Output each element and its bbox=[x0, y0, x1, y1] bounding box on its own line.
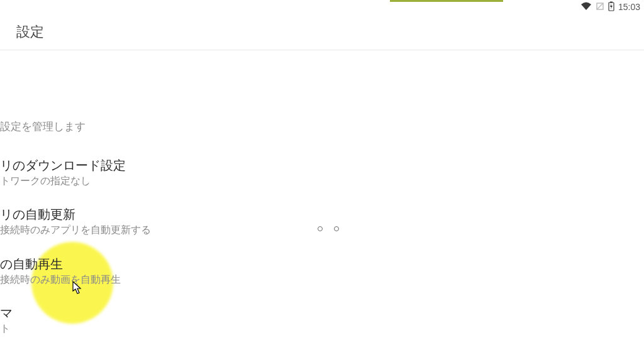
no-sim-icon bbox=[596, 2, 604, 13]
settings-manage-label: 設定を管理します bbox=[0, 119, 644, 134]
setting-download-preference[interactable]: リのダウンロード設定 トワークの指定なし bbox=[0, 156, 644, 188]
battery-charging-icon bbox=[608, 1, 614, 13]
status-stripe-dark bbox=[0, 0, 644, 2]
setting-desc: 接続時のみ動画を自動再生 bbox=[0, 273, 644, 287]
svg-line-0 bbox=[597, 3, 603, 9]
setting-auto-update-apps[interactable]: リの自動更新 接続時のみアプリを自動更新する bbox=[0, 206, 644, 237]
setting-desc: トワークの指定なし bbox=[0, 174, 644, 188]
page-title: 設定 bbox=[16, 23, 44, 41]
setting-title: の自動再生 bbox=[0, 255, 644, 273]
setting-title: リのダウンロード設定 bbox=[0, 156, 644, 174]
settings-list: 設定を管理します リのダウンロード設定 トワークの指定なし リの自動更新 接続時… bbox=[0, 119, 644, 354]
wifi-icon bbox=[580, 2, 592, 13]
status-bar: 15:03 bbox=[0, 0, 644, 14]
setting-autoplay-videos[interactable]: の自動再生 接続時のみ動画を自動再生 bbox=[0, 255, 644, 287]
setting-theme[interactable]: マ ト bbox=[0, 304, 644, 336]
status-stripe-green bbox=[390, 0, 503, 2]
setting-desc: 接続時のみアプリを自動更新する bbox=[0, 223, 644, 237]
setting-title: マ bbox=[0, 304, 644, 322]
svg-rect-2 bbox=[610, 1, 613, 3]
app-bar: 設定 bbox=[0, 14, 644, 50]
setting-desc: ト bbox=[0, 322, 644, 336]
main-content: 設定を管理します リのダウンロード設定 トワークの指定なし リの自動更新 接続時… bbox=[0, 50, 644, 362]
status-time: 15:03 bbox=[618, 2, 640, 12]
setting-title: リの自動更新 bbox=[0, 206, 644, 223]
